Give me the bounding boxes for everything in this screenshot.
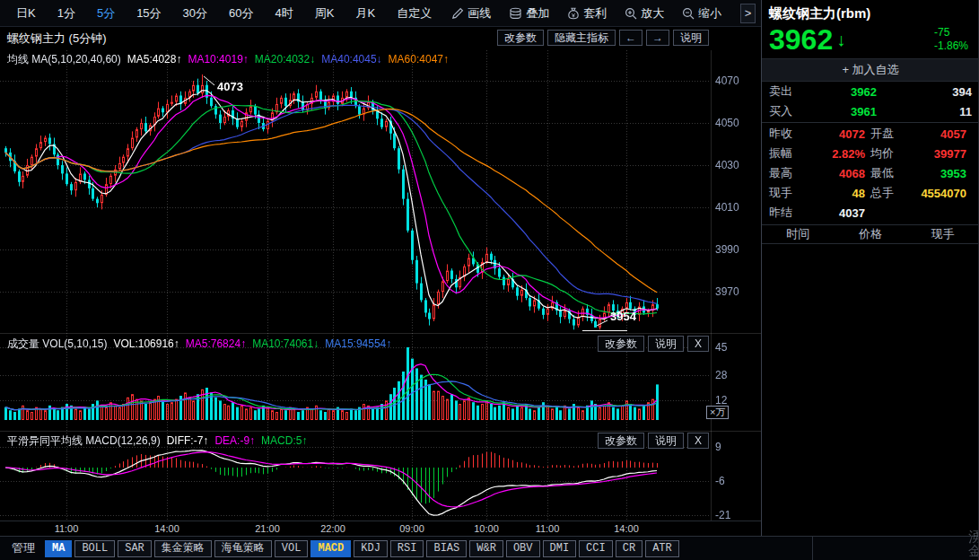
tick-header-cell: 价格 (835, 226, 907, 242)
toolbar-next-button[interactable]: > (740, 4, 756, 23)
stat-label: 开盘 (870, 126, 912, 142)
period-tab-5min[interactable]: 5分 (86, 5, 126, 22)
stat-value: 3953 (912, 167, 972, 180)
time-axis-label: 21:00 (255, 523, 280, 534)
indicator-tab-vol[interactable]: VOL (275, 540, 309, 557)
quote-stat-cell: 振幅2.82% (769, 145, 870, 162)
stat-value: 48 (810, 187, 870, 200)
chevron-right-icon: > (745, 6, 752, 20)
zoom-in-button-label: 放大 (641, 5, 664, 22)
period-tab-30min[interactable]: 30分 (172, 5, 218, 22)
pencil-icon (451, 7, 464, 20)
quote-stat-cell: 最高4068 (769, 165, 870, 181)
overlay-button-label: 叠加 (526, 5, 549, 22)
indicator-tab-atr[interactable]: ATR (645, 540, 679, 557)
zoom-out-button[interactable]: 缩小 (673, 5, 730, 22)
indicator-tab-macd[interactable]: MACD (310, 540, 351, 557)
macd-params-button[interactable]: 改参数 (598, 433, 644, 449)
indicator-tab-boll[interactable]: BOLL (74, 540, 115, 557)
stat-value: 4057 (912, 127, 972, 141)
quote-stat-cell: 现手48 (769, 185, 870, 201)
stat-label: 昨结 (769, 205, 810, 221)
time-axis-label: 14:00 (614, 523, 639, 534)
chart-header-buttons: 改参数隐藏主指标←→说明 (497, 30, 709, 46)
indicator-tab-cci[interactable]: CCI (579, 540, 613, 557)
volume-params-button[interactable]: 改参数 (598, 336, 644, 352)
time-axis-label: 09:00 (399, 523, 424, 534)
draw-line-button-label: 画线 (468, 5, 491, 22)
zoom-in-button[interactable]: 放大 (616, 5, 673, 22)
stat-label: 最低 (870, 165, 912, 181)
period-tab-day-k[interactable]: 日K (5, 5, 47, 22)
stat-label: 总手 (870, 185, 912, 201)
quote-stat-cell: 开盘4057 (870, 126, 972, 142)
overlay-button[interactable]: 叠加 (500, 5, 558, 22)
price-chart-canvas[interactable] (0, 49, 761, 536)
manage-button[interactable]: 管理 (4, 540, 42, 556)
indicator-tab-wr[interactable]: W&R (469, 540, 503, 557)
futures-trading-app: 日K1分5分15分30分60分4时周K月K自定义画线叠加套利放大缩小> 螺纹钢主… (0, 0, 979, 560)
price-down-arrow-icon: ↓ (836, 30, 845, 50)
macd-panel-buttons: 改参数说明X (598, 433, 709, 449)
quote-stat-cell: 昨收4072 (769, 126, 870, 142)
bid-row-price: 3961 (821, 105, 916, 118)
jijin-strategy-tab[interactable]: 集金策略 (154, 540, 212, 557)
quote-stat-cell: 均价39977 (870, 145, 972, 162)
draw-line-button[interactable]: 画线 (442, 5, 500, 22)
period-tab-custom[interactable]: 自定义 (386, 5, 442, 22)
macd-close-button[interactable]: X (687, 433, 709, 449)
stat-value: 4554070 (912, 187, 972, 200)
period-tab-15min[interactable]: 15分 (126, 5, 171, 22)
chart-title: 螺纹钢主力 (5分钟) (0, 31, 107, 47)
indicator-tab-bar: 管理MABOLLSAR集金策略海龟策略VOLMACDKDJRSIBIASW&RO… (0, 536, 979, 560)
quote-stat-row: 现手48总手4554070 (762, 183, 979, 203)
volume-close-button[interactable]: X (687, 336, 709, 352)
zoom-out-icon (682, 7, 695, 20)
quote-stats: 昨收4072开盘4057振幅2.82%均价39977最高4068最低3953现手… (762, 122, 979, 223)
volume-axis-label: 28 (715, 369, 727, 381)
main-help-button[interactable]: 说明 (673, 30, 709, 46)
hide-main-indicator-button[interactable]: 隐藏主指标 (547, 30, 616, 46)
indicator-tab-cr[interactable]: CR (616, 540, 642, 557)
quote-stat-cell: 昨结4037 (769, 205, 870, 221)
arbitrage-button[interactable]: 套利 (558, 5, 616, 22)
indicator-tab-ma[interactable]: MA (45, 540, 72, 557)
next-arrow-button[interactable]: → (646, 30, 669, 46)
stat-label: 最高 (769, 165, 810, 181)
price-change: -75 -1.86% (934, 26, 972, 53)
macd-help-button[interactable]: 说明 (648, 433, 684, 449)
period-tab-4h[interactable]: 4时 (265, 5, 304, 22)
indicator-tab-obv[interactable]: OBV (506, 540, 540, 557)
ask-row: 卖出3962394 (762, 82, 979, 101)
period-tab-month-k[interactable]: 月K (345, 5, 386, 22)
bag-icon (567, 7, 580, 20)
last-price-row: 3962 ↓ -75 -1.86% (762, 24, 979, 58)
bid-row-label: 买入 (769, 103, 821, 119)
stat-value: 4068 (810, 167, 870, 180)
period-tab-60min[interactable]: 60分 (218, 5, 264, 22)
period-tab-week-k[interactable]: 周K (304, 5, 345, 22)
ask-row-qty: 394 (916, 85, 972, 99)
stat-label: 均价 (870, 145, 912, 162)
add-watchlist-button[interactable]: + 加入自选 (762, 58, 979, 82)
arbitrage-button-label: 套利 (583, 5, 607, 22)
time-axis-label: 22:00 (320, 523, 345, 534)
period-tab-1min[interactable]: 1分 (47, 5, 86, 22)
volume-help-button[interactable]: 说明 (648, 336, 684, 352)
turtle-strategy-tab[interactable]: 海龟策略 (214, 540, 272, 557)
indicator-tab-kdj[interactable]: KDJ (354, 540, 388, 557)
time-axis-label: 11:00 (536, 523, 560, 534)
main-params-button[interactable]: 改参数 (497, 30, 544, 46)
instrument-title: 螺纹钢主力(rbm) (762, 0, 979, 24)
ask-row-label: 卖出 (769, 83, 821, 100)
prev-arrow-button[interactable]: ← (619, 30, 642, 46)
zoom-out-button-label: 缩小 (698, 5, 721, 22)
change-percent: -1.86% (934, 39, 968, 53)
indicator-tab-bias[interactable]: BIAS (426, 540, 467, 557)
indicator-tab-dmi[interactable]: DMI (543, 540, 577, 557)
time-axis: 11:0014:0021:0022:0009:0010:0011:0014:00 (0, 521, 761, 536)
indicator-tab-sar[interactable]: SAR (118, 540, 152, 557)
ask-row-price: 3962 (821, 85, 916, 99)
stat-value: 39977 (912, 147, 972, 161)
indicator-tab-rsi[interactable]: RSI (390, 540, 424, 557)
